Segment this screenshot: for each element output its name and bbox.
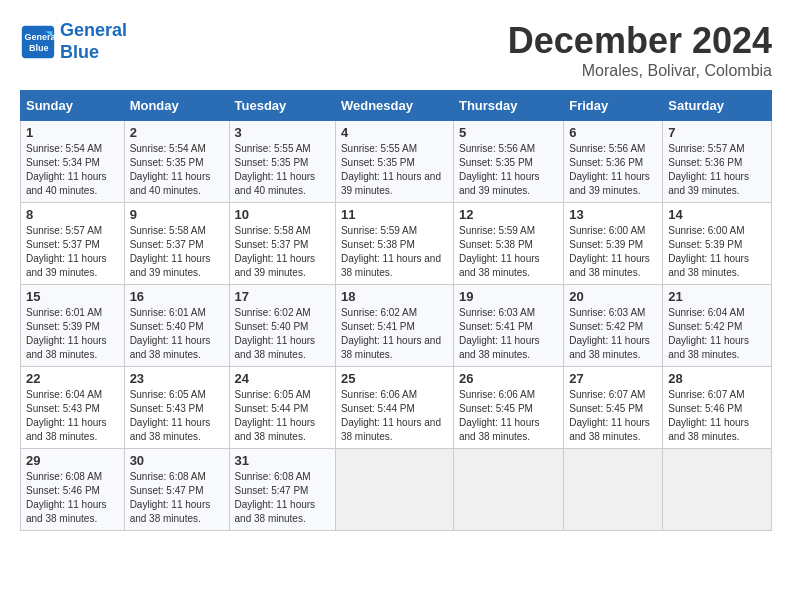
calendar-table: Sunday Monday Tuesday Wednesday Thursday… — [20, 90, 772, 531]
day-info: Sunrise: 6:06 AMSunset: 5:44 PMDaylight:… — [341, 389, 441, 442]
day-info: Sunrise: 5:59 AMSunset: 5:38 PMDaylight:… — [459, 225, 540, 278]
day-info: Sunrise: 5:55 AMSunset: 5:35 PMDaylight:… — [235, 143, 316, 196]
day-number: 20 — [569, 289, 657, 304]
month-title: December 2024 — [508, 20, 772, 62]
calendar-cell: 8 Sunrise: 5:57 AMSunset: 5:37 PMDayligh… — [21, 203, 125, 285]
day-number: 8 — [26, 207, 119, 222]
day-info: Sunrise: 6:00 AMSunset: 5:39 PMDaylight:… — [569, 225, 650, 278]
day-number: 6 — [569, 125, 657, 140]
day-info: Sunrise: 6:04 AMSunset: 5:42 PMDaylight:… — [668, 307, 749, 360]
day-number: 11 — [341, 207, 448, 222]
day-number: 22 — [26, 371, 119, 386]
calendar-cell: 24 Sunrise: 6:05 AMSunset: 5:44 PMDaylig… — [229, 367, 335, 449]
header-friday: Friday — [564, 91, 663, 121]
calendar-cell — [453, 449, 563, 531]
svg-text:Blue: Blue — [29, 43, 49, 53]
day-number: 16 — [130, 289, 224, 304]
day-info: Sunrise: 6:03 AMSunset: 5:41 PMDaylight:… — [459, 307, 540, 360]
day-number: 26 — [459, 371, 558, 386]
calendar-cell: 31 Sunrise: 6:08 AMSunset: 5:47 PMDaylig… — [229, 449, 335, 531]
calendar-cell: 4 Sunrise: 5:55 AMSunset: 5:35 PMDayligh… — [335, 121, 453, 203]
logo: General Blue General Blue — [20, 20, 127, 63]
calendar-cell: 16 Sunrise: 6:01 AMSunset: 5:40 PMDaylig… — [124, 285, 229, 367]
day-info: Sunrise: 5:57 AMSunset: 5:37 PMDaylight:… — [26, 225, 107, 278]
calendar-cell: 25 Sunrise: 6:06 AMSunset: 5:44 PMDaylig… — [335, 367, 453, 449]
day-number: 15 — [26, 289, 119, 304]
title-area: December 2024 Morales, Bolivar, Colombia — [508, 20, 772, 80]
calendar-cell: 18 Sunrise: 6:02 AMSunset: 5:41 PMDaylig… — [335, 285, 453, 367]
logo-icon: General Blue — [20, 24, 56, 60]
calendar-cell: 29 Sunrise: 6:08 AMSunset: 5:46 PMDaylig… — [21, 449, 125, 531]
header-sunday: Sunday — [21, 91, 125, 121]
header-monday: Monday — [124, 91, 229, 121]
header-wednesday: Wednesday — [335, 91, 453, 121]
day-info: Sunrise: 5:55 AMSunset: 5:35 PMDaylight:… — [341, 143, 441, 196]
calendar-cell: 22 Sunrise: 6:04 AMSunset: 5:43 PMDaylig… — [21, 367, 125, 449]
day-info: Sunrise: 6:08 AMSunset: 5:46 PMDaylight:… — [26, 471, 107, 524]
calendar-cell: 11 Sunrise: 5:59 AMSunset: 5:38 PMDaylig… — [335, 203, 453, 285]
calendar-cell: 5 Sunrise: 5:56 AMSunset: 5:35 PMDayligh… — [453, 121, 563, 203]
header-tuesday: Tuesday — [229, 91, 335, 121]
day-number: 25 — [341, 371, 448, 386]
day-info: Sunrise: 6:05 AMSunset: 5:43 PMDaylight:… — [130, 389, 211, 442]
day-number: 3 — [235, 125, 330, 140]
calendar-week-row: 15 Sunrise: 6:01 AMSunset: 5:39 PMDaylig… — [21, 285, 772, 367]
day-number: 31 — [235, 453, 330, 468]
day-info: Sunrise: 6:02 AMSunset: 5:40 PMDaylight:… — [235, 307, 316, 360]
logo-line1: General — [60, 20, 127, 40]
calendar-cell — [335, 449, 453, 531]
header-saturday: Saturday — [663, 91, 772, 121]
calendar-cell: 21 Sunrise: 6:04 AMSunset: 5:42 PMDaylig… — [663, 285, 772, 367]
day-info: Sunrise: 5:54 AMSunset: 5:34 PMDaylight:… — [26, 143, 107, 196]
day-info: Sunrise: 6:01 AMSunset: 5:40 PMDaylight:… — [130, 307, 211, 360]
day-info: Sunrise: 6:04 AMSunset: 5:43 PMDaylight:… — [26, 389, 107, 442]
day-number: 10 — [235, 207, 330, 222]
day-number: 9 — [130, 207, 224, 222]
day-info: Sunrise: 6:07 AMSunset: 5:45 PMDaylight:… — [569, 389, 650, 442]
day-number: 19 — [459, 289, 558, 304]
day-number: 2 — [130, 125, 224, 140]
calendar-cell: 9 Sunrise: 5:58 AMSunset: 5:37 PMDayligh… — [124, 203, 229, 285]
calendar-cell: 15 Sunrise: 6:01 AMSunset: 5:39 PMDaylig… — [21, 285, 125, 367]
calendar-cell: 6 Sunrise: 5:56 AMSunset: 5:36 PMDayligh… — [564, 121, 663, 203]
calendar-cell: 30 Sunrise: 6:08 AMSunset: 5:47 PMDaylig… — [124, 449, 229, 531]
calendar-week-row: 22 Sunrise: 6:04 AMSunset: 5:43 PMDaylig… — [21, 367, 772, 449]
calendar-cell: 7 Sunrise: 5:57 AMSunset: 5:36 PMDayligh… — [663, 121, 772, 203]
day-info: Sunrise: 6:00 AMSunset: 5:39 PMDaylight:… — [668, 225, 749, 278]
day-number: 24 — [235, 371, 330, 386]
calendar-week-row: 29 Sunrise: 6:08 AMSunset: 5:46 PMDaylig… — [21, 449, 772, 531]
calendar-cell: 3 Sunrise: 5:55 AMSunset: 5:35 PMDayligh… — [229, 121, 335, 203]
header: General Blue General Blue December 2024 … — [20, 20, 772, 80]
header-thursday: Thursday — [453, 91, 563, 121]
logo-line2: Blue — [60, 42, 99, 62]
day-info: Sunrise: 6:06 AMSunset: 5:45 PMDaylight:… — [459, 389, 540, 442]
day-info: Sunrise: 5:58 AMSunset: 5:37 PMDaylight:… — [235, 225, 316, 278]
logo-text: General Blue — [60, 20, 127, 63]
day-number: 27 — [569, 371, 657, 386]
calendar-cell: 23 Sunrise: 6:05 AMSunset: 5:43 PMDaylig… — [124, 367, 229, 449]
location-title: Morales, Bolivar, Colombia — [508, 62, 772, 80]
calendar-cell: 2 Sunrise: 5:54 AMSunset: 5:35 PMDayligh… — [124, 121, 229, 203]
day-info: Sunrise: 5:54 AMSunset: 5:35 PMDaylight:… — [130, 143, 211, 196]
calendar-header-row: Sunday Monday Tuesday Wednesday Thursday… — [21, 91, 772, 121]
calendar-cell: 10 Sunrise: 5:58 AMSunset: 5:37 PMDaylig… — [229, 203, 335, 285]
day-info: Sunrise: 6:08 AMSunset: 5:47 PMDaylight:… — [130, 471, 211, 524]
day-info: Sunrise: 5:59 AMSunset: 5:38 PMDaylight:… — [341, 225, 441, 278]
day-info: Sunrise: 5:57 AMSunset: 5:36 PMDaylight:… — [668, 143, 749, 196]
day-number: 28 — [668, 371, 766, 386]
calendar-cell: 17 Sunrise: 6:02 AMSunset: 5:40 PMDaylig… — [229, 285, 335, 367]
calendar-cell: 1 Sunrise: 5:54 AMSunset: 5:34 PMDayligh… — [21, 121, 125, 203]
calendar-cell — [564, 449, 663, 531]
day-info: Sunrise: 6:01 AMSunset: 5:39 PMDaylight:… — [26, 307, 107, 360]
day-number: 5 — [459, 125, 558, 140]
calendar-cell: 20 Sunrise: 6:03 AMSunset: 5:42 PMDaylig… — [564, 285, 663, 367]
day-number: 7 — [668, 125, 766, 140]
calendar-cell: 12 Sunrise: 5:59 AMSunset: 5:38 PMDaylig… — [453, 203, 563, 285]
day-number: 1 — [26, 125, 119, 140]
calendar-cell: 13 Sunrise: 6:00 AMSunset: 5:39 PMDaylig… — [564, 203, 663, 285]
day-info: Sunrise: 6:08 AMSunset: 5:47 PMDaylight:… — [235, 471, 316, 524]
day-number: 17 — [235, 289, 330, 304]
day-info: Sunrise: 6:05 AMSunset: 5:44 PMDaylight:… — [235, 389, 316, 442]
calendar-cell — [663, 449, 772, 531]
calendar-week-row: 1 Sunrise: 5:54 AMSunset: 5:34 PMDayligh… — [21, 121, 772, 203]
